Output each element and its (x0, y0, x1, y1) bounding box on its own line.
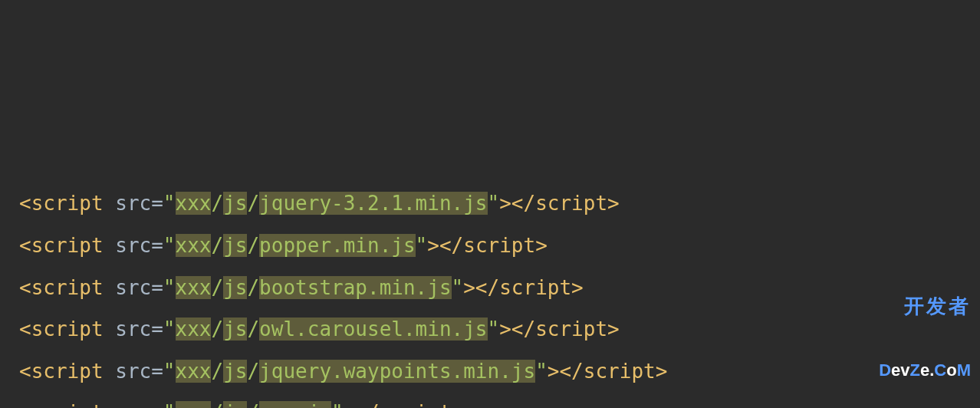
code-line: <script src="xxx/js/bootstrap.min.js"></… (19, 267, 961, 309)
watermark-bottom-text: DevZe.CoM (879, 361, 971, 380)
code-editor: <script src="xxx/js/jquery-3.2.1.min.js"… (19, 183, 961, 408)
code-line: <script src="xxx/js/jquery-3.2.1.min.js"… (19, 183, 961, 225)
code-line: <script src="xxx/js/jquery.waypoints.min… (19, 350, 961, 393)
watermark: 开发者 DevZe.CoM (879, 252, 971, 402)
watermark-top-text: 开发者 (879, 295, 971, 318)
code-line: <script src="xxx/js/aos.js"></script> (19, 392, 961, 408)
code-line: <script src="xxx/js/owl.carousel.min.js"… (19, 308, 961, 350)
code-line: <script src="xxx/js/popper.min.js"></scr… (19, 225, 961, 267)
